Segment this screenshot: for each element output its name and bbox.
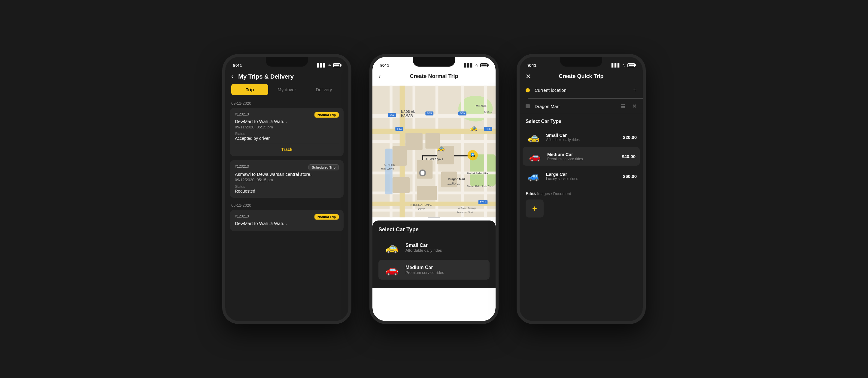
phone3: 9:41 ▋▋▋ ∿ ✕ Create Quick Trip Current l… [517,54,646,324]
reorder-button[interactable]: ☰ [621,103,625,109]
svg-text:Dubai Safari Pa...: Dubai Safari Pa... [467,172,491,175]
trip-card-2: #123213 Scheduled Trip Asmawi to Dewa wa… [230,160,344,198]
svg-text:CITY: CITY [418,207,425,211]
medium-car-desc: Premium service rides [547,157,618,161]
medium-car-name: Medium Car [405,265,485,270]
svg-rect-18 [393,146,407,166]
svg-text:HAMAR: HAMAR [401,114,413,117]
svg-text:E44: E44 [397,128,402,131]
svg-text:D69: D69 [460,112,465,115]
notch [266,57,308,67]
trip-badge-2: Scheduled Trip [308,164,339,170]
tab-delivery[interactable]: Delivery [306,84,342,95]
trip-id-2: #123213 [235,164,249,169]
car-type-info-medium: Medium Car Premium service rides [547,152,618,161]
svg-text:Desert Palm Polo Club: Desert Palm Polo Club [467,185,493,188]
svg-text:AL WARQA 1: AL WARQA 1 [425,158,443,161]
page-title: Create Quick Trip [559,73,603,79]
medium-car-desc: Premium service rides [405,270,485,275]
location-dot-origin [526,88,530,93]
tab-trip[interactable]: Trip [231,84,268,95]
car-info-medium: Medium Car Premium service rides [405,265,485,275]
svg-text:Treatment Plant: Treatment Plant [457,211,473,214]
medium-car-price: $40.00 [622,154,636,159]
date-group-2: 06-11-2020 [225,202,348,210]
page-title: Create Normal Trip [410,73,458,79]
header: ‹ My Trips & Delivery [225,70,348,84]
svg-text:D62: D62 [390,113,395,116]
svg-text:E311: E311 [480,201,486,204]
svg-rect-9 [412,86,415,217]
add-waypoint-button[interactable]: + [633,87,637,94]
svg-text:🚕: 🚕 [470,124,478,132]
trip-status-label-1: Status [235,132,339,136]
svg-text:NADD AL: NADD AL [401,110,415,113]
svg-text:AL KHOR: AL KHOR [384,164,395,167]
battery-icon [627,63,635,67]
back-button[interactable]: ‹ [378,73,380,80]
trip-datetime-1: 09/11/2020, 05:15 pm [235,125,339,129]
status-time: 9:41 [380,63,389,68]
svg-text:Al Aweer Sewage: Al Aweer Sewage [458,207,476,209]
svg-point-61 [472,153,474,156]
svg-text:Dragon Mart: Dragon Mart [448,177,466,181]
map-header: ‹ Create Normal Trip [372,70,496,82]
svg-point-37 [421,171,424,175]
tabs: Trip My driver Delivery [225,84,348,95]
car-option-medium[interactable]: 🚗 Medium Car Premium service rides [378,260,490,280]
status-icons: ▋▋▋ ∿ [464,63,488,68]
location-dot-destination [526,104,530,108]
close-button[interactable]: ✕ [526,73,531,80]
wifi-icon: ∿ [622,63,626,68]
tab-my-driver[interactable]: My driver [268,84,305,95]
wifi-icon: ∿ [328,63,331,68]
track-button-1[interactable]: Track [235,147,339,152]
status-icons: ▋▋▋ ∿ [612,63,635,68]
car-type-small[interactable]: 🚕 Small Car Affordable daily rides $20.0… [520,128,643,146]
status-icons: ▋▋▋ ∿ [317,63,341,68]
svg-text:INTERNATIONAL: INTERNATIONAL [410,203,432,206]
svg-rect-14 [372,202,496,206]
current-location-text: Current location [535,88,628,93]
svg-text:شوق النبس: شوق النبس [447,182,460,185]
trip-datetime-2: 09/12/2020, 05:15 pm [235,178,339,182]
signal-icon: ▋▋▋ [464,63,473,68]
remove-destination-button[interactable]: ✕ [632,103,637,109]
trip-route-1: DewMart to Wah Ji Wah... [235,119,339,124]
car-info-small: Small Car Affordable daily rides [405,243,485,252]
current-location-item: Current location + [520,82,643,98]
car-type-medium[interactable]: 🚗 Medium Car Premium service rides $40.0… [523,147,640,166]
svg-text:MIRDIF: MIRDIF [475,104,487,108]
files-section: Files Images / Document + [520,186,643,222]
svg-rect-16 [405,133,423,150]
small-car-name: Small Car [546,133,619,138]
small-car-name: Small Car [405,243,485,248]
svg-text:Mus...: Mus... [484,110,492,113]
small-car-icon: 🚕 [526,131,542,143]
large-car-desc: Luxury service rides [546,177,619,181]
car-type-large[interactable]: 🚙 Large Car Luxury service rides $60.00 [520,167,643,185]
small-car-icon: 🚕 [383,241,401,254]
destination-text: Dragon Mart [535,104,616,109]
car-option-small[interactable]: 🚕 Small Car Affordable daily rides [378,238,490,257]
signal-icon: ▋▋▋ [612,63,621,68]
medium-car-icon: 🚗 [527,150,543,162]
phone2: 9:41 ▋▋▋ ∿ ‹ Create Normal Trip [369,54,499,324]
svg-rect-19 [417,160,433,179]
large-car-price: $60.00 [623,174,637,179]
car-type-section-title: Select Car Type [520,114,643,128]
trip-card-1: #123213 Normal Trip DewMart to Wah Ji Wa… [230,108,344,156]
trip-card-3: #123213 Normal Trip DewMart to Wah Ji Wa… [230,210,344,231]
map-area: NADD AL HAMAR AL WARQA 1 AL KHOR RIAL AR… [372,82,496,220]
files-title: Files Images / Document [526,191,637,196]
svg-rect-24 [385,148,393,195]
status-time: 9:41 [527,63,536,68]
svg-rect-22 [417,186,437,200]
trip-route-3: DewMart to Wah Ji Wah... [235,221,339,226]
notch [560,57,602,67]
svg-text:🚕: 🚕 [437,144,445,152]
small-car-desc: Affordable daily rides [405,248,485,252]
back-button[interactable]: ‹ [231,73,234,80]
add-file-button[interactable]: + [526,200,544,217]
status-time: 9:41 [233,63,242,68]
